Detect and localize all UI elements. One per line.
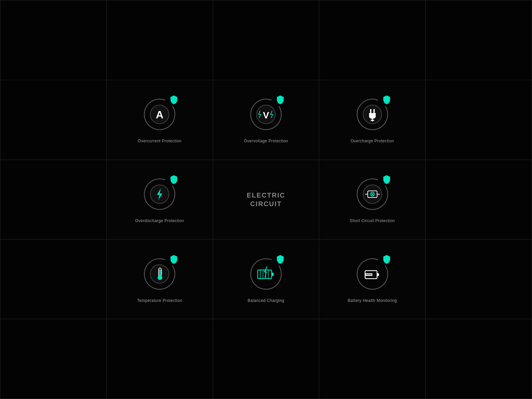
cell-r1c3: Overcharge Protection [319, 80, 426, 160]
svg-rect-6 [373, 109, 375, 113]
cell-r1c0 [0, 80, 107, 160]
cell-label-temperature: Temperature Protection [137, 298, 182, 303]
icon-wrapper-temperature [141, 256, 178, 292]
shortcircuit-icon [362, 184, 382, 204]
cell-label-overcharge: Overcharge Protection [351, 139, 394, 143]
cell-r4c1 [107, 319, 213, 399]
cell-r0c3 [319, 0, 426, 80]
cell-r1c1: A Overcurrent Protection [107, 80, 213, 160]
cell-r3c0 [0, 239, 107, 319]
cell-r0c0 [0, 0, 107, 80]
cell-label-shortcircuit: Short Circuit Protection [350, 218, 395, 223]
shield-icon [276, 254, 286, 266]
cell-r1c4 [426, 80, 532, 160]
shield-icon [169, 95, 179, 106]
cell-r2c4 [426, 160, 532, 240]
svg-rect-5 [370, 109, 371, 113]
temperature-icon [150, 264, 170, 284]
icon-wrapper-overcurrent: A [141, 96, 178, 133]
overcurrent-icon: A [150, 104, 170, 124]
svg-point-18 [158, 275, 162, 280]
cell-r2c3: Short Circuit Protection [319, 160, 426, 240]
electric-circuit-text: ELECTRICCIRCUIT [247, 191, 285, 208]
cell-r4c2 [213, 319, 320, 399]
cell-r3c4 [426, 239, 532, 319]
shield-icon [276, 95, 286, 106]
balanced-icon [255, 264, 277, 284]
shield-icon [382, 95, 392, 106]
cell-r1c2: V Overvoltage Protection [213, 80, 320, 160]
overcharge-icon [362, 104, 382, 124]
svg-rect-23 [272, 273, 274, 276]
shield-icon [169, 175, 179, 186]
cell-r2c0 [0, 160, 107, 240]
svg-rect-29 [377, 273, 379, 276]
shield-icon [382, 175, 392, 186]
cell-r3c3: Battery Health Monitoring [319, 239, 426, 319]
cell-label-overvoltage: Overvoltage Protection [244, 139, 288, 143]
cell-r4c3 [319, 319, 426, 399]
cell-r4c4 [426, 319, 532, 399]
cell-r0c1 [107, 0, 213, 80]
shield-icon [382, 254, 392, 266]
cell-label-batteryhealth: Battery Health Monitoring [348, 298, 397, 303]
cell-label-overdischarge: Overdischarge Protection [135, 218, 184, 223]
icon-wrapper-overvoltage: V [248, 96, 284, 133]
overdischarge-icon [150, 184, 170, 204]
icon-wrapper-batteryhealth [354, 256, 391, 292]
icon-wrapper-overcharge [354, 96, 391, 133]
cell-r0c2 [213, 0, 320, 80]
cell-r3c1: Temperature Protection [107, 239, 213, 319]
icon-wrapper-overdischarge [141, 176, 178, 212]
main-grid: A Overcurrent Protection V Overvoltage P… [0, 0, 532, 399]
cell-label-balanced: Balanced Charging [248, 298, 285, 303]
cell-label-overcurrent: Overcurrent Protection [138, 139, 182, 143]
svg-text:A: A [156, 109, 164, 121]
shield-icon [169, 254, 179, 266]
svg-text:V: V [263, 110, 269, 120]
cell-r3c2: Balanced Charging [213, 239, 320, 319]
cell-r2c2: ELECTRICCIRCUIT [213, 160, 320, 240]
cell-r0c4 [426, 0, 532, 80]
icon-wrapper-shortcircuit [354, 176, 391, 212]
cell-r4c0 [0, 319, 107, 399]
cell-r2c1: Overdischarge Protection [107, 160, 213, 240]
batteryhealth-icon [362, 264, 382, 284]
svg-rect-17 [159, 269, 161, 276]
overvoltage-icon: V [256, 104, 276, 124]
icon-wrapper-balanced [248, 256, 284, 292]
